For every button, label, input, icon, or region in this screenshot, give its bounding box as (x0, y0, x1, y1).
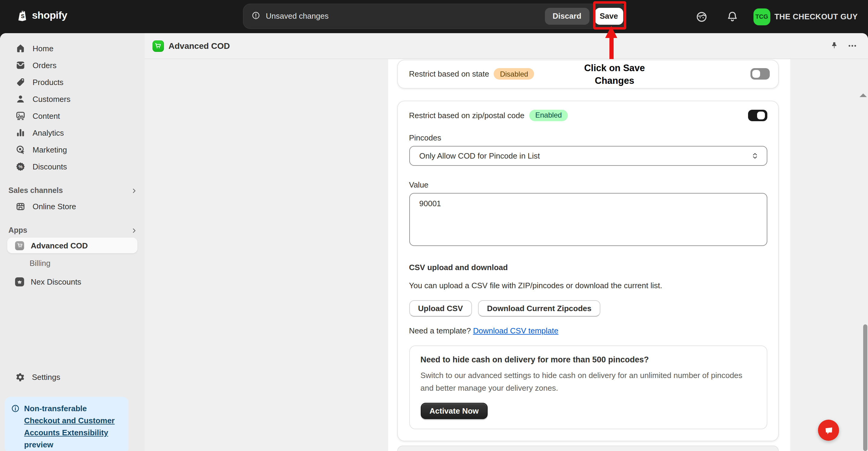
sidebar-item-orders[interactable]: Orders (7, 57, 137, 73)
apps-header[interactable]: Apps (7, 226, 137, 235)
svg-text:S: S (21, 13, 24, 19)
tag-icon (15, 77, 26, 87)
sidebar-item-label: Advanced COD (31, 241, 88, 250)
image-icon (15, 110, 26, 121)
sidebar-item-label: Products (33, 78, 64, 87)
unsaved-changes-text: Unsaved changes (266, 11, 329, 21)
sidebar-item-label: Orders (33, 61, 56, 70)
advanced-cod-app-icon (15, 241, 24, 250)
value-textarea[interactable]: 90001 (409, 193, 767, 246)
more-options-icon[interactable] (847, 41, 857, 51)
storefront-icon (15, 201, 26, 212)
home-icon (15, 43, 26, 54)
extensibility-notice: Non-transferable Checkout and Customer A… (5, 397, 128, 451)
save-button-highlight-rect (593, 1, 626, 29)
shopify-wordmark: shopify (32, 10, 67, 22)
bar-chart-icon (15, 127, 26, 138)
restrict-zip-label: Restrict based on zip/postal code (409, 111, 524, 120)
csv-section-heading: CSV upload and download (409, 263, 767, 272)
alert-icon (251, 11, 261, 21)
sidebar-item-marketing[interactable]: Marketing (7, 141, 137, 158)
store-name[interactable]: THE CHECKOUT GUY (774, 12, 858, 21)
unsaved-changes-bar: Unsaved changes Discard Save (243, 3, 626, 29)
sidebar-item-billing[interactable]: Billing (7, 255, 137, 271)
pin-icon[interactable] (830, 41, 839, 51)
gear-icon (15, 372, 25, 382)
target-icon (15, 144, 26, 155)
promo-heading: Need to hide cash on delivery for more t… (421, 355, 755, 364)
sidebar-item-online-store[interactable]: Online Store (7, 198, 137, 215)
pincodes-selected-value: Only Allow COD for Pincode in List (419, 151, 540, 160)
toggle-knob (752, 70, 760, 78)
pincodes-label: Pincodes (409, 133, 767, 142)
toggle-knob (757, 111, 765, 119)
chat-widget-button[interactable] (818, 420, 839, 441)
scroll-up-arrow[interactable] (860, 93, 867, 97)
restrict-state-toggle[interactable] (750, 68, 770, 80)
chevron-right-icon[interactable] (131, 227, 137, 234)
percent-seal-icon: % (15, 161, 26, 172)
app-page-header: Advanced COD (145, 33, 868, 59)
sales-channels-header[interactable]: Sales channels (7, 186, 137, 195)
top-bar: S shopify Unsaved changes Discard Save (0, 0, 868, 33)
sidebar-item-discounts[interactable]: % Discounts (7, 158, 137, 175)
topbar-right-cluster: TCG THE CHECKOUT GUY (695, 0, 858, 33)
chevron-right-icon[interactable] (131, 187, 137, 194)
notifications-bell-icon[interactable] (725, 10, 739, 23)
nex-discounts-app-icon (15, 277, 24, 286)
sidebar-item-nex-discounts[interactable]: Nex Discounts (7, 273, 137, 290)
annotation-arrow-shaft (610, 37, 614, 59)
advanced-settings-promo-card: Need to hide cash on delivery for more t… (409, 345, 767, 429)
shopify-admin: S shopify Unsaved changes Discard Save (0, 0, 868, 451)
restrict-zip-toggle[interactable] (748, 110, 767, 121)
sidebar-item-label: Online Store (33, 202, 76, 211)
chat-bubble-icon (823, 424, 835, 436)
download-zipcodes-button[interactable]: Download Current Zipcodes (478, 300, 601, 317)
sidebar-item-label: Content (33, 111, 60, 120)
status-badge-enabled: Enabled (529, 110, 568, 121)
restrict-state-label: Restrict based on state (409, 69, 489, 79)
discard-button[interactable]: Discard (545, 7, 589, 24)
shopify-logo[interactable]: S shopify (16, 8, 67, 24)
sidebar-item-analytics[interactable]: Analytics (7, 124, 137, 141)
app-scroll-area: Restrict based on state Disabled Restric… (145, 59, 868, 451)
page-title: Advanced COD (168, 41, 230, 51)
status-badge-disabled: Disabled (494, 68, 534, 80)
store-avatar[interactable]: TCG (753, 8, 770, 25)
next-card-partial (397, 446, 779, 451)
value-label: Value (409, 180, 767, 189)
orders-icon (15, 60, 26, 70)
annotation-arrow-head (605, 26, 617, 38)
activate-now-button[interactable]: Activate Now (421, 403, 488, 419)
restrict-zip-card: Restrict based on zip/postal code Enable… (397, 100, 779, 441)
sidebar-item-advanced-cod[interactable]: Advanced COD (7, 238, 137, 253)
notice-text: Non-transferable Checkout and Customer A… (24, 403, 121, 451)
info-icon (11, 404, 20, 413)
sidebar-item-settings[interactable]: Settings (7, 368, 137, 385)
sidebar-item-label: Nex Discounts (31, 277, 82, 286)
sidebar-item-content[interactable]: Content (7, 107, 137, 124)
promo-body: Switch to our advanced settings to hide … (421, 370, 755, 394)
workspace: Home Orders Products Customers Content A… (0, 33, 868, 451)
template-line: Need a template? Download CSV template (409, 326, 767, 335)
pincodes-select[interactable]: Only Allow COD for Pincode in List (409, 146, 767, 166)
select-arrows-icon (750, 151, 759, 160)
sidebar-item-customers[interactable]: Customers (7, 90, 137, 107)
sidebar-item-label: Discounts (33, 162, 67, 171)
main-content: Advanced COD Restrict based on state Dis… (145, 33, 868, 451)
assistant-face-icon[interactable] (695, 10, 708, 23)
annotation-text: Click on Save Changes (568, 61, 661, 87)
person-icon (15, 93, 26, 104)
extensibility-link[interactable]: Checkout and Customer Accounts Extensibi… (24, 416, 115, 437)
sidebar-item-label: Customers (33, 94, 70, 103)
shopify-bag-icon: S (16, 8, 29, 24)
sidebar-item-label: Analytics (33, 128, 64, 137)
sidebar-item-label: Marketing (33, 145, 67, 154)
sidebar-item-products[interactable]: Products (7, 73, 137, 90)
sidebar-item-home[interactable]: Home (7, 40, 137, 57)
download-csv-template-link[interactable]: Download CSV template (473, 326, 558, 335)
scrollbar-thumb[interactable] (863, 324, 867, 451)
advanced-cod-app-icon (152, 40, 164, 52)
upload-csv-button[interactable]: Upload CSV (409, 300, 472, 317)
sidebar-item-label: Home (33, 44, 53, 53)
